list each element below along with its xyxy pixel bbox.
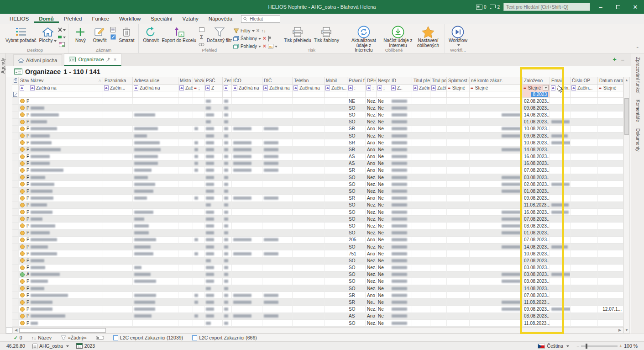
filter-value-titul_po[interactable]	[430, 91, 447, 98]
filter-value-mobil[interactable]	[325, 91, 347, 98]
menu-item-nápověda[interactable]: Nápověda	[204, 16, 237, 21]
tab-close-icon[interactable]: ×	[114, 57, 116, 62]
horizontal-scrollbar[interactable]: ◀ ▶	[12, 327, 623, 334]
table-row[interactable]: PSRAnoNe10.08.2023...	[12, 126, 623, 133]
zoom-slider-thumb[interactable]	[586, 344, 587, 349]
scroll-left-icon[interactable]: ◀	[13, 328, 19, 333]
table-row[interactable]: PSONez..Ne03.08.2023...	[12, 223, 623, 229]
column-header-telefon[interactable]: Telefon	[293, 77, 325, 85]
menu-item-vztahy[interactable]: Vztahy	[178, 16, 204, 21]
tisk-sablony-button[interactable]: Tisk šablony	[313, 25, 340, 44]
filter-value-email[interactable]	[550, 91, 571, 98]
filter-type-nazev[interactable]: AZačíná na	[29, 85, 103, 91]
sablony-menu[interactable]: Šablony	[233, 36, 261, 41]
filter-value-datum[interactable]	[598, 91, 623, 98]
minimize-button[interactable]: –	[594, 1, 607, 13]
filter-status[interactable]: «Žádný»	[61, 335, 87, 340]
side-tab-dokumenty[interactable]: Dokumenty	[635, 128, 640, 152]
table-row[interactable]: PSONez..Ne01.08.2023...	[12, 188, 623, 195]
column-header-psc[interactable]: PSČ	[204, 77, 223, 85]
filter-type-id[interactable]: AZ..	[390, 85, 412, 91]
table-row[interactable]: PSONez..Ne14.08.2023...	[12, 244, 623, 250]
ribbon-search-box[interactable]	[241, 15, 280, 23]
scroll-right-icon[interactable]: ▶	[617, 328, 623, 333]
table-row[interactable]: PASAnoNe03.08.2023...	[12, 313, 623, 320]
pin-icon[interactable]	[106, 57, 110, 62]
filter-type-stav[interactable]: A	[19, 85, 29, 91]
period-selector[interactable]: 2023	[76, 343, 95, 349]
table-row[interactable]: ASONez..Ne03.08.2023...	[12, 271, 623, 278]
table-row[interactable]: P205AnoNe07.08.2023...	[12, 237, 623, 244]
filter-value-misto[interactable]	[178, 91, 193, 98]
filter-value-id[interactable]	[390, 91, 412, 98]
filter-type-dph[interactable]: A:	[366, 85, 377, 91]
workflow-button[interactable]: Workflow	[447, 25, 469, 47]
filter-value-nazev[interactable]	[29, 91, 103, 98]
filter-type-dic[interactable]: AZačíná na	[262, 85, 293, 91]
desktop-tools-button[interactable]	[58, 27, 66, 33]
otevrit-button[interactable]: Otevřít	[90, 25, 109, 44]
maximize-button[interactable]	[611, 1, 625, 13]
vertical-scrollbar[interactable]: ▲ ▼	[623, 77, 630, 334]
status-toggle[interactable]	[96, 336, 104, 340]
filter-type-mobil[interactable]: AZačín...	[325, 85, 347, 91]
job-l2c-1[interactable]: L2C export Zákazníci (12039)	[113, 335, 183, 340]
filter-type-cislo_op[interactable]: AZačín...	[571, 85, 598, 91]
filter-type-psc[interactable]: AZ	[204, 85, 223, 91]
filter-type-datum[interactable]: =Stejné	[598, 85, 623, 91]
filter-value-splatnost[interactable]	[447, 91, 470, 98]
table-row[interactable]: PSRAnoNe07.08.2023...	[12, 167, 623, 174]
link-button[interactable]	[198, 41, 205, 48]
table-row[interactable]: PSONez..Ne07.08.2023...	[12, 216, 623, 223]
table-row[interactable]: PASAnoNe16.08.2023...	[12, 160, 623, 167]
column-header-stav[interactable]: Stav	[19, 77, 29, 85]
table-row[interactable]: PSONez..Ne09.08.2023...12.07.1...	[12, 306, 623, 313]
column-header-cislo_op[interactable]: Číslo OP	[571, 77, 598, 85]
column-header-nazev[interactable]: Název△	[29, 77, 103, 85]
filter-value-adresa[interactable]	[133, 91, 178, 98]
filter-value-cislo_op[interactable]	[571, 91, 598, 98]
side-tab-zpracov-n-funkc-[interactable]: Zpracování funkcí	[635, 57, 640, 93]
sort-settings-button[interactable]: ↑↓	[262, 28, 266, 33]
clear-filter-button[interactable]: ×	[257, 27, 260, 34]
column-header-vozidla[interactable]: Vozidla	[193, 77, 204, 85]
table-row[interactable]: PSONez..Ne14.08.2023...	[12, 285, 623, 292]
filter-dropdown-button[interactable]	[543, 85, 549, 90]
record-edit-button[interactable]	[109, 34, 117, 40]
filter-value-titul_pred[interactable]	[412, 91, 430, 98]
tab-aktivni-plocha[interactable]: Aktivní plocha	[13, 54, 62, 66]
docasny-filtr-button[interactable]: Dočasný filtr	[205, 25, 233, 44]
column-header-dph[interactable]: DPH	[366, 77, 377, 85]
column-header-sel[interactable]	[12, 77, 19, 85]
table-row[interactable]: PSONez..Ne11.08.2023...	[12, 202, 623, 209]
filter-value-stav[interactable]	[19, 91, 29, 98]
column-header-konto[interactable]: né konto zákaz.	[470, 77, 523, 85]
column-header-zalozeno[interactable]: Založeno	[523, 77, 550, 85]
filter-type-email[interactable]: AZačín...	[550, 85, 571, 91]
column-header-id[interactable]: ID	[390, 77, 412, 85]
table-row[interactable]: PSONez..Ne02.08.2023...	[12, 181, 623, 188]
column-header-datum[interactable]: Datum naroz	[598, 77, 623, 85]
database-selector[interactable]: AHG_ostra	[32, 343, 69, 349]
table-row[interactable]: PNENez..Ne02.08.2023...	[12, 98, 623, 105]
filter-type-sel[interactable]	[12, 85, 19, 91]
add-tab-button[interactable]: +	[613, 56, 617, 63]
table-row[interactable]: PSRAnoNe09.08.2023...	[12, 195, 623, 202]
column-header-poznamka[interactable]: Poznámka	[103, 77, 133, 85]
export-excel-button[interactable]: X Export do Excelu	[160, 25, 198, 44]
column-header-splatnost[interactable]: Splatnost (dní	[447, 77, 470, 85]
filter-type-splatnost[interactable]: =Stejné	[447, 85, 470, 91]
filter-type-telefon[interactable]: AZačíná na	[293, 85, 325, 91]
menu-item-domů[interactable]: Domů	[34, 16, 59, 23]
job-l2c-2[interactable]: L2C export Zákazníci (666)	[192, 335, 257, 340]
scroll-splitter[interactable]	[6, 327, 12, 334]
filter-type-titul_po[interactable]: AZačín...	[430, 85, 447, 91]
filter-value-nespol[interactable]	[377, 91, 390, 98]
column-header-titul_po[interactable]: Titul po	[430, 77, 447, 85]
obnovit-button[interactable]: Obnovit	[141, 25, 160, 44]
nacist-button[interactable]: Načíst údaje z Internetu	[382, 25, 414, 48]
checkbox-icon[interactable]	[113, 335, 118, 340]
plochy-button[interactable]: Plochy	[37, 25, 58, 44]
table-row[interactable]: PSONez..Ne03.08.2023...	[12, 278, 623, 285]
zoom-control[interactable]: − + 100 %	[576, 343, 638, 349]
